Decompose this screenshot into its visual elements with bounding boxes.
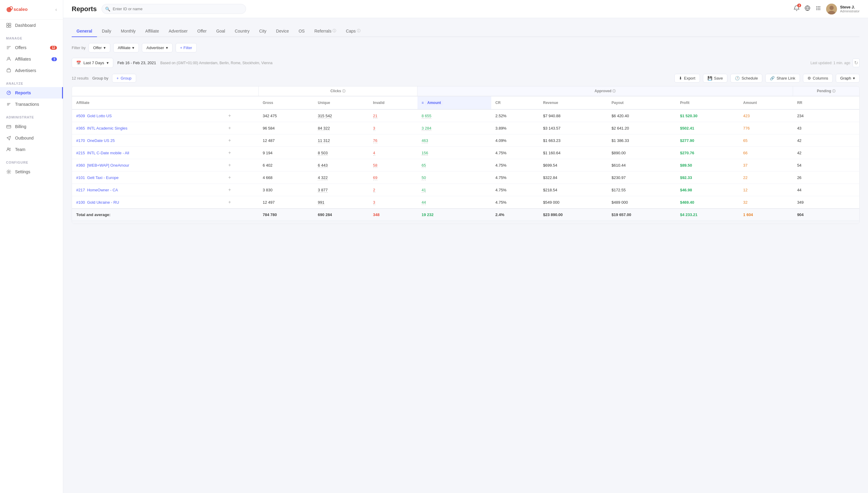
row-gross: 12 497 [259, 196, 313, 209]
add-filter-label: + Filter [180, 45, 192, 50]
sidebar-item-team[interactable]: Team [0, 144, 63, 155]
totals-pending-amount: 1 604 [739, 209, 793, 220]
sidebar-item-dashboard[interactable]: Dashboard [0, 20, 63, 31]
totals-profit: $4 233.21 [676, 209, 739, 220]
row-rr: 54 [793, 159, 859, 171]
row-rr: 234 [793, 109, 859, 122]
sidebar-item-outbound[interactable]: Outbound [0, 132, 63, 144]
tab-referrals[interactable]: Referrals ⓘ [310, 25, 341, 37]
tab-offer[interactable]: Offer [193, 26, 212, 37]
row-add-btn[interactable]: + [222, 184, 259, 196]
user-role: Administrator [840, 9, 860, 13]
tab-general[interactable]: General [72, 26, 97, 37]
tab-advertiser[interactable]: Advertiser [164, 26, 193, 37]
svg-point-12 [7, 148, 9, 149]
columns-btn[interactable]: ⚙ Columns [803, 74, 833, 83]
row-add-btn[interactable]: + [222, 196, 259, 209]
notifications-btn[interactable]: 3 [794, 5, 800, 13]
user-name: Steve J. [840, 5, 860, 9]
schedule-btn[interactable]: 🕐 Schedule [730, 74, 762, 83]
tab-country[interactable]: Country [230, 26, 254, 37]
row-add-btn[interactable]: + [222, 122, 259, 134]
sidebar-item-advertisers[interactable]: Advertisers [0, 65, 63, 76]
tab-goal[interactable]: Goal [212, 26, 230, 37]
notification-badge: 3 [797, 4, 801, 7]
affiliate-link[interactable]: #215 INTL C-Date mobile - All [72, 147, 222, 159]
svg-point-18 [820, 6, 820, 7]
advertiser-filter-btn[interactable]: Advertiser ▾ [142, 43, 173, 52]
tab-city[interactable]: City [254, 26, 271, 37]
sidebar-item-transactions[interactable]: Transactions [0, 99, 63, 110]
row-gross: 6 402 [259, 159, 313, 171]
row-unique: 4 322 [313, 171, 369, 184]
filters-bar: Filter by Offer ▾ Affiliate ▾ Advertiser… [72, 43, 860, 52]
add-filter-btn[interactable]: + Filter [176, 43, 197, 52]
date-range-picker[interactable]: 📅 Last 7 Days ▾ [72, 58, 113, 68]
affiliate-link[interactable]: #509 Gold Lotto US [72, 109, 222, 122]
apps-btn[interactable] [815, 5, 821, 13]
totals-revenue: $23 890.00 [539, 209, 607, 220]
save-icon: 💾 [708, 76, 712, 81]
affiliate-link[interactable]: #360 [WEB+WAP] OneAmour [72, 159, 222, 171]
graph-btn[interactable]: Graph ▾ [836, 74, 860, 83]
sidebar-item-settings[interactable]: Settings [0, 166, 63, 177]
sidebar-back-btn[interactable]: ‹ [55, 7, 57, 12]
table-row: #101 Gett Taxi - Europe + 4 668 4 322 69… [72, 171, 859, 184]
row-invalid: 2 [369, 184, 418, 196]
affiliate-filter-btn[interactable]: Affiliate ▾ [113, 43, 139, 52]
row-add-btn[interactable]: + [222, 159, 259, 171]
affiliate-link[interactable]: #101 Gett Taxi - Europe [72, 171, 222, 184]
row-pending-amount: 423 [739, 109, 793, 122]
globe-btn[interactable] [804, 5, 810, 13]
share-link-btn[interactable]: 🔗 Share Link [765, 74, 800, 83]
user-info[interactable]: Steve J. Administrator [826, 4, 860, 15]
row-profit: $92.33 [676, 171, 739, 184]
refresh-btn[interactable]: ↻ [853, 59, 860, 67]
tab-caps[interactable]: Caps ⓘ [341, 25, 365, 37]
row-cr: 4.75% [491, 171, 539, 184]
affiliate-link[interactable]: #365 INTL Academic Singles [72, 122, 222, 134]
row-unique: 3 877 [313, 184, 369, 196]
row-invalid: 4 [369, 147, 418, 159]
affiliate-link[interactable]: #217 HomeOwner - CA [72, 184, 222, 196]
svg-rect-11 [7, 125, 11, 128]
search-input[interactable] [102, 4, 246, 14]
row-gross: 12 487 [259, 134, 313, 147]
th-amount[interactable]: ≡ Amount [418, 96, 491, 109]
sidebar-item-affiliates[interactable]: Affiliates 3 [0, 53, 63, 65]
sidebar-item-offers[interactable]: Offers 12 [0, 42, 63, 53]
affiliate-link[interactable]: #170 OneDate US 25 [72, 134, 222, 147]
row-invalid: 76 [369, 134, 418, 147]
th-revenue: Revenue [539, 96, 607, 109]
tab-daily[interactable]: Daily [97, 26, 116, 37]
row-add-btn[interactable]: + [222, 109, 259, 122]
group-plus-icon: + [116, 76, 119, 81]
row-pending-amount: 22 [739, 171, 793, 184]
sidebar-item-label: Outbound [15, 135, 34, 141]
group-by-btn[interactable]: + Group [112, 74, 136, 83]
sidebar-item-reports[interactable]: Reports [0, 87, 63, 99]
row-add-btn[interactable]: + [222, 134, 259, 147]
tab-device[interactable]: Device [271, 26, 294, 37]
row-add-btn[interactable]: + [222, 171, 259, 184]
row-add-btn[interactable]: + [222, 147, 259, 159]
affiliates-icon [6, 56, 12, 62]
row-gross: 9 194 [259, 147, 313, 159]
row-rr: 349 [793, 196, 859, 209]
sidebar-item-billing[interactable]: Billing [0, 121, 63, 132]
offer-filter-btn[interactable]: Offer ▾ [89, 43, 110, 52]
dashboard-icon [6, 23, 12, 28]
tab-monthly[interactable]: Monthly [116, 26, 140, 37]
clicks-info-icon: ⓘ [342, 89, 346, 93]
totals-rr: 904 [793, 209, 859, 220]
save-btn[interactable]: 💾 Save [703, 74, 728, 83]
horizontal-scrollbar[interactable] [72, 220, 859, 223]
row-unique: 991 [313, 196, 369, 209]
tab-affiliate[interactable]: Affiliate [140, 26, 164, 37]
main-area: Reports 🔍 3 [63, 0, 868, 493]
tab-os[interactable]: OS [294, 26, 309, 37]
row-unique: 8 503 [313, 147, 369, 159]
export-btn[interactable]: ⬇ Export [674, 74, 700, 83]
totals-invalid: 348 [369, 209, 418, 220]
affiliate-link[interactable]: #100 Gold Ukraine - RU [72, 196, 222, 209]
